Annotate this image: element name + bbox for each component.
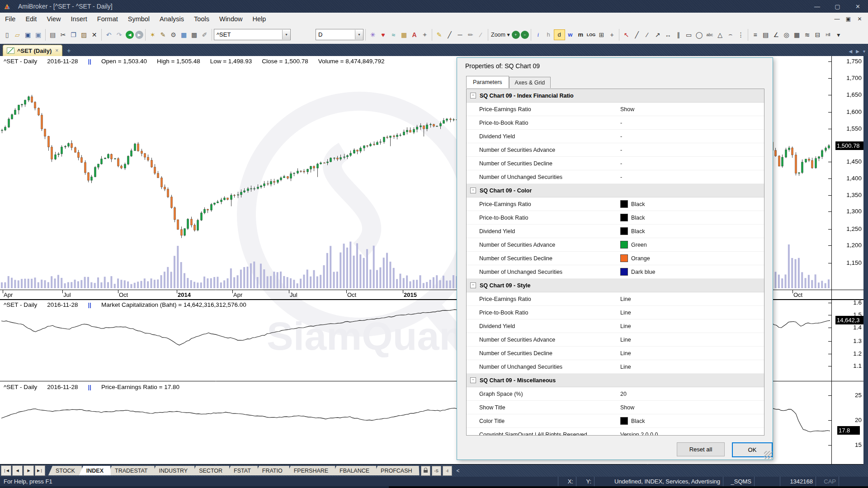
grid-layout-icon[interactable]: ▤ — [760, 29, 771, 40]
layers-icon[interactable]: ▦ — [399, 29, 409, 40]
parameter-row[interactable]: Price-Earnings RatioShow — [467, 103, 764, 116]
menu-format[interactable]: Format — [92, 13, 123, 25]
grid-icon[interactable]: ⊞ — [596, 29, 607, 40]
collapse-icon[interactable]: − — [470, 377, 476, 383]
parameter-row[interactable]: Number of Unchanged SecuritiesDark blue — [467, 265, 764, 279]
save-icon[interactable]: ▣ — [23, 29, 33, 40]
parameter-value[interactable]: - — [620, 133, 622, 140]
parameter-group-header[interactable]: −SQ Chart 09 - Index Financial Ratio — [467, 89, 764, 103]
favorites-icon[interactable]: ♥ — [378, 29, 388, 40]
parameter-row[interactable]: Number of Unchanged SecuritiesLine — [467, 360, 764, 374]
ellipse-tool-icon[interactable]: ◯ — [694, 29, 704, 40]
sheet-tab-profcash[interactable]: PROFCASH — [373, 466, 419, 475]
scan-icon[interactable]: ✦ — [420, 29, 430, 40]
sheet-scroll-left[interactable]: < — [457, 468, 460, 474]
menu-edit[interactable]: Edit — [20, 13, 42, 25]
tab-move-icon[interactable]: + — [67, 47, 71, 54]
maximize-button[interactable]: ▢ — [827, 0, 848, 13]
quote-editor-icon[interactable]: ▩ — [189, 29, 199, 40]
parameter-value[interactable]: Black — [620, 214, 645, 221]
sheet-i-button[interactable]: -I — [443, 466, 452, 476]
interval-w-button[interactable]: w — [565, 30, 576, 40]
interval-log-button[interactable]: LOG — [586, 30, 597, 40]
plus-icon[interactable]: + — [607, 29, 617, 40]
layout-dropdown-icon[interactable]: ▾ — [833, 29, 844, 40]
indicator-icon[interactable]: ≈ — [388, 29, 399, 40]
parameter-value[interactable]: Line — [620, 310, 631, 316]
parameter-row[interactable]: Dividend Yield- — [467, 130, 764, 143]
rectangle-tool-icon[interactable]: ▭ — [684, 29, 694, 40]
print-icon[interactable]: ▤ — [47, 29, 58, 40]
interval-combo[interactable]: D▼ — [316, 29, 363, 40]
menu-help[interactable]: Help — [248, 13, 271, 25]
tab-close-icon[interactable]: × — [55, 47, 58, 54]
go-last-button[interactable]: ▶❘ — [35, 465, 45, 476]
horizontal-line-icon[interactable]: ─ — [455, 29, 465, 40]
zoom-dropdown[interactable]: Zoom ▾ — [490, 30, 511, 40]
zoom-out-icon[interactable]: − — [521, 31, 529, 39]
parameter-row[interactable]: Number of Securities AdvanceLine — [467, 333, 764, 347]
mdi-close-button[interactable]: ✕ — [854, 14, 865, 24]
sheet-tab-index[interactable]: INDEX — [79, 466, 111, 475]
arrow-tool-icon[interactable]: ↗ — [652, 29, 663, 40]
parameter-value[interactable]: Line — [620, 296, 631, 302]
parameter-value[interactable]: Black — [620, 417, 645, 425]
tab-scroll-right-icon[interactable]: ▶ — [856, 49, 859, 54]
sheet-tab-stock[interactable]: STOCK — [48, 466, 82, 475]
new-file-icon[interactable]: ▯ — [2, 29, 12, 40]
copy-icon[interactable]: ❐ — [68, 29, 79, 40]
parameter-row[interactable]: Color TitleBlack — [467, 414, 764, 428]
nav-forward-icon[interactable]: ▶ — [135, 31, 143, 39]
parameter-value[interactable]: Green — [620, 241, 647, 249]
parameter-value[interactable]: Version 2.0.0.0 — [620, 432, 658, 436]
menu-analysis[interactable]: Analysis — [155, 13, 189, 25]
minimize-button[interactable]: — — [807, 0, 827, 13]
close-button[interactable]: ✕ — [848, 0, 868, 13]
ray-tool-icon[interactable]: ∕ — [642, 29, 652, 40]
parameter-value[interactable]: - — [620, 147, 622, 153]
redo-icon[interactable]: ↷ — [114, 29, 124, 40]
parameter-row[interactable]: Price-Earnings RatioLine — [467, 292, 764, 306]
dialog-resize-grip[interactable] — [764, 451, 772, 459]
menu-file[interactable]: File — [0, 13, 20, 25]
chart-windows-icon[interactable]: H‖ — [823, 29, 833, 40]
interval-d-button[interactable]: d — [554, 29, 565, 40]
tab-scroll-left-icon[interactable]: ◀ — [849, 49, 853, 54]
sheet-tab-tradestat[interactable]: TRADESTAT — [108, 466, 155, 475]
paste-icon[interactable]: ▨ — [79, 29, 89, 40]
interval-m-button[interactable]: m — [576, 30, 586, 40]
parameter-value[interactable]: Line — [620, 350, 631, 357]
line-tool-icon[interactable]: ╱ — [632, 29, 642, 40]
parameter-value[interactable]: - — [620, 174, 622, 180]
menu-insert[interactable]: Insert — [66, 13, 92, 25]
chart-editor-icon[interactable]: ✐ — [199, 29, 210, 40]
parameter-row[interactable]: Price-to-Book RatioLine — [467, 306, 764, 319]
parameter-row[interactable]: Price-to-Book Ratio- — [467, 116, 764, 130]
parameter-value[interactable]: Orange — [620, 254, 650, 262]
parameter-row[interactable]: Number of Unchanged Securities- — [467, 170, 764, 184]
reset-all-button[interactable]: Reset all — [677, 442, 725, 456]
parameter-row[interactable]: Number of Securities DeclineLine — [467, 347, 764, 360]
sheet-tab-industry[interactable]: INDUSTRY — [152, 466, 195, 475]
open-file-icon[interactable]: ▱ — [12, 29, 23, 40]
parameter-value[interactable]: - — [620, 120, 622, 126]
symbol-combo[interactable]: ^SET▼ — [214, 29, 291, 40]
parameter-value[interactable]: - — [620, 160, 622, 167]
collapse-icon[interactable]: − — [470, 93, 476, 99]
parameter-row[interactable]: Dividend YieldBlack — [467, 225, 764, 238]
tab-list-icon[interactable]: ▾ — [863, 49, 865, 54]
menu-tools[interactable]: Tools — [189, 13, 214, 25]
list-layout-icon[interactable]: ≡ — [750, 29, 760, 40]
wave-icon[interactable]: ≋ — [802, 29, 812, 40]
parameter-row[interactable]: Graph Space (%)20 — [467, 387, 764, 401]
pen-icon[interactable]: ✏ — [465, 29, 476, 40]
parameters-icon[interactable]: ⚙ — [168, 29, 179, 40]
interval-i-button[interactable]: i — [533, 30, 543, 40]
sheet-tab-fratio[interactable]: FRATIO — [255, 466, 290, 475]
split-icon[interactable]: ⊟ — [812, 29, 823, 40]
sheet-icon[interactable]: ▦ — [792, 29, 802, 40]
collapse-icon[interactable]: − — [470, 282, 476, 288]
save-database-icon[interactable]: ▣ — [33, 29, 43, 40]
chart-wizard-icon[interactable]: ✶ — [147, 29, 158, 40]
parameter-row[interactable]: Price-Earnings RatioBlack — [467, 197, 764, 211]
